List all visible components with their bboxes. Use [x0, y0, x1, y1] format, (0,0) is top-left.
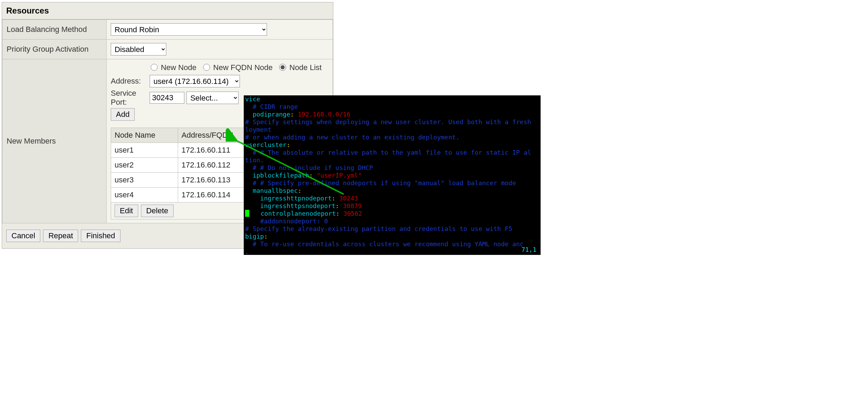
- repeat-button[interactable]: Repeat: [43, 230, 78, 242]
- pga-label: Priority Group Activation: [2, 40, 107, 59]
- edit-button[interactable]: Edit: [115, 205, 138, 217]
- delete-button[interactable]: Delete: [141, 205, 174, 217]
- add-button[interactable]: Add: [111, 108, 135, 121]
- lb-method-label: Load Balancing Method: [2, 20, 107, 40]
- node-mode-radios: New Node New FQDN Node Node List: [111, 63, 328, 72]
- new-members-label: New Members: [2, 59, 107, 223]
- service-port-input[interactable]: [150, 92, 184, 104]
- terminal-status: 71,1: [521, 246, 536, 254]
- radio-new-node[interactable]: New Node: [149, 63, 199, 72]
- radio-node-list-input[interactable]: [279, 64, 286, 71]
- cancel-button[interactable]: Cancel: [6, 230, 40, 242]
- address-label: Address:: [111, 77, 150, 86]
- pga-select[interactable]: Disabled: [111, 43, 166, 55]
- radio-new-fqdn-input[interactable]: [203, 64, 210, 71]
- members-header-name: Node Name: [111, 128, 178, 143]
- service-port-label: Service Port:: [111, 89, 150, 107]
- terminal[interactable]: vice # CIDR range podiprange: 192.168.0.…: [244, 95, 541, 255]
- radio-new-fqdn[interactable]: New FQDN Node: [201, 63, 275, 72]
- address-select[interactable]: user4 (172.16.60.114): [150, 75, 240, 87]
- radio-new-node-input[interactable]: [151, 64, 158, 71]
- lb-method-select[interactable]: Round Robin: [111, 23, 267, 36]
- finished-button[interactable]: Finished: [81, 230, 120, 242]
- panel-title: Resources: [2, 2, 333, 19]
- radio-node-list[interactable]: Node List: [277, 63, 322, 72]
- service-port-select[interactable]: Select...: [186, 92, 239, 104]
